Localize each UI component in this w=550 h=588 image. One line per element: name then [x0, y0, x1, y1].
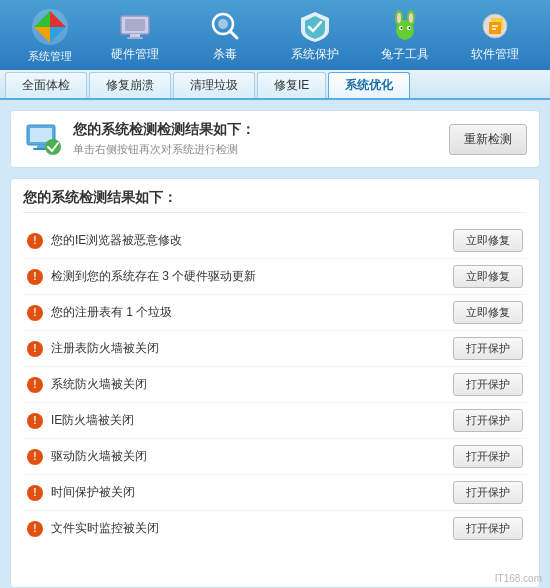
svg-line-7 [230, 31, 237, 38]
result-text-2: 您的注册表有 1 个垃圾 [51, 304, 172, 321]
nav-label-rabbit: 兔子工具 [381, 46, 429, 63]
result-row: ! IE防火墙被关闭 打开保护 [23, 403, 527, 439]
result-text-8: 文件实时监控被关闭 [51, 520, 159, 537]
warning-icon-4: ! [27, 377, 43, 393]
svg-point-16 [409, 27, 411, 29]
hardware-icon [117, 8, 153, 44]
result-row: ! 您的注册表有 1 个垃圾 立即修复 [23, 295, 527, 331]
svg-rect-22 [37, 145, 45, 148]
main-content: 您的系统检测结果如下： ! 您的IE浏览器被恶意修改 立即修复 ! 检测到您的系… [10, 178, 540, 588]
results-list: ! 您的IE浏览器被恶意修改 立即修复 ! 检测到您的系统存在 3 个硬件驱动更… [23, 223, 527, 546]
result-text-7: 时间保护被关闭 [51, 484, 135, 501]
logo-icon [30, 7, 70, 47]
shield-icon [297, 8, 333, 44]
action-btn-8[interactable]: 打开保护 [453, 517, 523, 540]
result-row: ! 文件实时监控被关闭 打开保护 [23, 511, 527, 546]
warning-icon-8: ! [27, 521, 43, 537]
result-text-0: 您的IE浏览器被恶意修改 [51, 232, 182, 249]
result-text-4: 系统防火墙被关闭 [51, 376, 147, 393]
action-btn-2[interactable]: 立即修复 [453, 301, 523, 324]
summary-subtitle: 单击右侧按钮再次对系统进行检测 [73, 142, 255, 157]
result-text-6: 驱动防火墙被关闭 [51, 448, 147, 465]
kill-icon [207, 8, 243, 44]
action-btn-5[interactable]: 打开保护 [453, 409, 523, 432]
result-text-3: 注册表防火墙被关闭 [51, 340, 159, 357]
result-row: ! 系统防火墙被关闭 打开保护 [23, 367, 527, 403]
warning-icon-1: ! [27, 269, 43, 285]
nav-item-software[interactable]: 软件管理 [455, 8, 535, 63]
warning-icon-0: ! [27, 233, 43, 249]
warning-icon-2: ! [27, 305, 43, 321]
result-row: ! 您的IE浏览器被恶意修改 立即修复 [23, 223, 527, 259]
summary-title: 您的系统检测检测结果如下： [73, 121, 255, 139]
nav-item-kill[interactable]: 杀毒 [185, 8, 265, 63]
svg-point-11 [397, 13, 401, 23]
nav-item-rabbit[interactable]: 兔子工具 [365, 8, 445, 63]
logo-label: 系统管理 [28, 49, 72, 64]
svg-rect-2 [125, 19, 145, 31]
svg-point-15 [401, 27, 403, 29]
nav-item-hardware[interactable]: 硬件管理 [95, 8, 175, 63]
result-text-5: IE防火墙被关闭 [51, 412, 134, 429]
result-text-1: 检测到您的系统存在 3 个硬件驱动更新 [51, 268, 256, 285]
svg-point-12 [409, 13, 413, 23]
result-left-3: ! 注册表防火墙被关闭 [27, 340, 453, 357]
action-btn-4[interactable]: 打开保护 [453, 373, 523, 396]
action-btn-6[interactable]: 打开保护 [453, 445, 523, 468]
result-left-0: ! 您的IE浏览器被恶意修改 [27, 232, 453, 249]
nav-label-kill: 杀毒 [213, 46, 237, 63]
action-btn-7[interactable]: 打开保护 [453, 481, 523, 504]
warning-icon-6: ! [27, 449, 43, 465]
top-bar: 系统管理 硬件管理 杀毒 [0, 0, 550, 70]
nav-label-shield: 系统保护 [291, 46, 339, 63]
tab-xiufu[interactable]: 修复崩溃 [89, 72, 171, 98]
logo: 系统管理 [10, 7, 90, 64]
nav-label-software: 软件管理 [471, 46, 519, 63]
warning-icon-3: ! [27, 341, 43, 357]
nav-label-hardware: 硬件管理 [111, 46, 159, 63]
software-icon [477, 8, 513, 44]
svg-rect-3 [130, 34, 140, 37]
result-left-8: ! 文件实时监控被关闭 [27, 520, 453, 537]
watermark: IT168.com [495, 573, 542, 584]
svg-point-6 [218, 19, 228, 29]
svg-rect-21 [30, 128, 52, 142]
svg-rect-4 [127, 37, 143, 39]
summary-text: 您的系统检测检测结果如下： 单击右侧按钮再次对系统进行检测 [73, 121, 255, 157]
action-btn-0[interactable]: 立即修复 [453, 229, 523, 252]
action-btn-1[interactable]: 立即修复 [453, 265, 523, 288]
tab-bar: 全面体检 修复崩溃 清理垃圾 修复IE 系统优化 [0, 70, 550, 100]
result-left-5: ! IE防火墙被关闭 [27, 412, 453, 429]
section-title: 您的系统检测结果如下： [23, 189, 527, 213]
result-row: ! 时间保护被关闭 打开保护 [23, 475, 527, 511]
result-row: ! 注册表防火墙被关闭 打开保护 [23, 331, 527, 367]
nav-item-shield[interactable]: 系统保护 [275, 8, 355, 63]
recheck-button[interactable]: 重新检测 [449, 124, 527, 155]
result-left-6: ! 驱动防火墙被关闭 [27, 448, 453, 465]
tab-xiufuie[interactable]: 修复IE [257, 72, 326, 98]
result-left-4: ! 系统防火墙被关闭 [27, 376, 453, 393]
result-left-1: ! 检测到您的系统存在 3 个硬件驱动更新 [27, 268, 453, 285]
warning-icon-7: ! [27, 485, 43, 501]
result-left-7: ! 时间保护被关闭 [27, 484, 453, 501]
result-row: ! 驱动防火墙被关闭 打开保护 [23, 439, 527, 475]
action-btn-3[interactable]: 打开保护 [453, 337, 523, 360]
tab-qingli[interactable]: 清理垃圾 [173, 72, 255, 98]
tab-youhua[interactable]: 系统优化 [328, 72, 410, 98]
summary-icon [23, 119, 63, 159]
result-left-2: ! 您的注册表有 1 个垃圾 [27, 304, 453, 321]
warning-icon-5: ! [27, 413, 43, 429]
summary-box: 您的系统检测检测结果如下： 单击右侧按钮再次对系统进行检测 重新检测 [10, 110, 540, 168]
result-row: ! 检测到您的系统存在 3 个硬件驱动更新 立即修复 [23, 259, 527, 295]
tab-quanmian[interactable]: 全面体检 [5, 72, 87, 98]
summary-left: 您的系统检测检测结果如下： 单击右侧按钮再次对系统进行检测 [23, 119, 255, 159]
rabbit-icon [387, 8, 423, 44]
nav-items: 硬件管理 杀毒 系统保护 [90, 8, 540, 63]
